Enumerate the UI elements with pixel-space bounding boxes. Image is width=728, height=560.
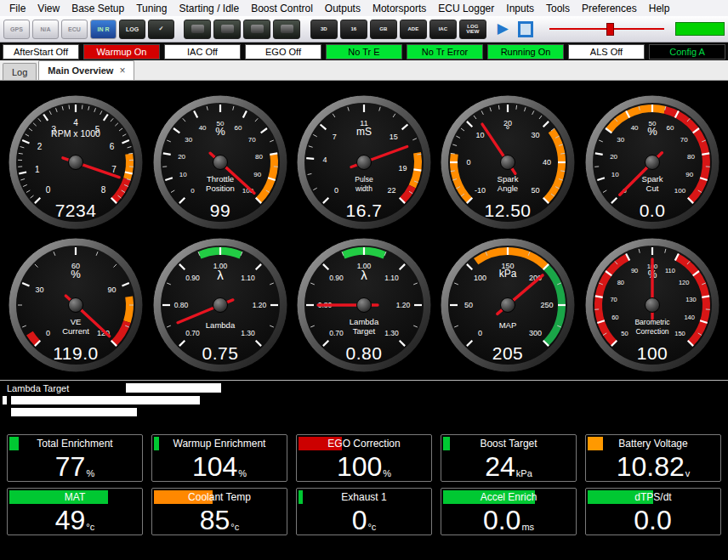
readout-total-enrichment[interactable]: Total Enrichment77% <box>7 434 143 482</box>
tune-icon[interactable] <box>243 20 270 39</box>
stop-icon[interactable] <box>518 21 533 37</box>
toolbar-gps-button[interactable]: GPS <box>3 20 30 39</box>
menu-item-view[interactable]: View <box>31 2 65 15</box>
svg-text:40: 40 <box>543 158 551 167</box>
status-no-tr-e[interactable]: No Tr E <box>326 44 402 59</box>
svg-text:-10: -10 <box>475 186 486 195</box>
gauge-lambda[interactable]: 0.700.800.901.001.101.201.30λLambda0.75 <box>152 237 288 373</box>
menu-item-starting-idle[interactable]: Starting / Idle <box>173 2 245 15</box>
graph-strip: Lambda Target <box>0 380 728 428</box>
readout-exhaust-1[interactable]: Exhaust 10°c <box>296 488 432 535</box>
toolbar-gb-button[interactable]: GB <box>370 20 397 39</box>
graph-icon[interactable] <box>273 20 300 39</box>
menu-item-inputs[interactable]: Inputs <box>500 2 540 15</box>
readout-mat[interactable]: MAT49°c <box>7 488 143 535</box>
gauge-pulse-width[interactable]: 04711151922mSPulsewidth16.7 <box>296 94 432 230</box>
svg-text:4: 4 <box>323 156 327 164</box>
graph-artifact-bar-1 <box>126 383 221 393</box>
menu-item-file[interactable]: File <box>3 2 31 15</box>
status-als-off[interactable]: ALS Off <box>568 44 645 59</box>
toolbar-3d-button[interactable]: 3D <box>310 20 338 39</box>
menu-item-base-setup[interactable]: Base Setup <box>65 2 130 15</box>
svg-text:90: 90 <box>631 267 638 274</box>
gauge-spark-angle[interactable]: -1001020304050°SparkAngle12.50 <box>440 94 576 230</box>
toolbar-n-a-button[interactable]: N/A <box>32 20 59 39</box>
toolbar-log-view-button[interactable]: LOG VIEW <box>459 20 486 39</box>
gauge-ve-current[interactable]: 0306090120%VECurrent119.0 <box>8 237 144 373</box>
svg-text:30: 30 <box>532 131 540 139</box>
svg-text:0.70: 0.70 <box>185 329 200 337</box>
toolbar-in-r-button[interactable]: IN R <box>90 20 117 39</box>
svg-text:110: 110 <box>665 267 675 274</box>
readout-accel-enrich[interactable]: Accel Enrich0.0ms <box>441 488 577 535</box>
readout-label: MAT <box>9 490 140 504</box>
svg-text:10: 10 <box>179 171 187 178</box>
status-warmup-on[interactable]: Warmup On <box>83 44 160 59</box>
readout-value: 85 <box>200 506 230 535</box>
gauge-rpm[interactable]: 012345678RPM x 10007234 <box>8 94 144 230</box>
readout-row-1: Total Enrichment77%Warmup Enrichment104%… <box>0 434 728 482</box>
svg-text:90: 90 <box>108 286 117 294</box>
dashboard-icon[interactable] <box>213 20 241 39</box>
toolbar-iac-button[interactable]: IAC <box>429 20 457 39</box>
gauge-throttle-position[interactable]: 0102030405060708090100%ThrottlePosition9… <box>152 94 288 230</box>
svg-text:70: 70 <box>610 296 617 303</box>
readout-value: 0.0 <box>483 506 520 535</box>
toolbar-group-c: 3D16GBADEIACLOG VIEW <box>310 20 486 39</box>
svg-text:Pulse: Pulse <box>355 175 373 184</box>
toolbar-ecu-button[interactable]: ECU <box>61 20 88 39</box>
svg-text:15: 15 <box>390 133 398 141</box>
menu-item-tuning[interactable]: Tuning <box>130 2 173 15</box>
toolbar-16-button[interactable]: 16 <box>340 20 367 39</box>
menu-item-boost-control[interactable]: Boost Control <box>245 2 319 15</box>
readout-label: Exhaust 1 <box>299 490 429 504</box>
svg-text:VE: VE <box>71 317 82 326</box>
gauge-map[interactable]: 050100150200250300kPaMAP205 <box>440 237 576 373</box>
status-no-tr-error[interactable]: No Tr Error <box>407 44 483 59</box>
svg-text:0: 0 <box>46 329 50 337</box>
svg-text:40: 40 <box>198 124 206 132</box>
toolbar-item-button[interactable]: ✓ <box>148 20 174 39</box>
datalog-icon[interactable] <box>184 20 211 39</box>
readout-unit: % <box>86 468 94 478</box>
svg-text:60: 60 <box>611 314 618 321</box>
toolbar-group-b <box>184 20 300 39</box>
svg-text:Position: Position <box>206 184 235 193</box>
readout-warmup-enrichment[interactable]: Warmup Enrichment104% <box>151 434 287 482</box>
status-iac-off[interactable]: IAC Off <box>164 44 241 59</box>
menu-item-preferences[interactable]: Preferences <box>576 2 643 15</box>
svg-text:%: % <box>215 125 225 138</box>
readout-dtps-dt[interactable]: dTPS/dt0.0 <box>585 488 721 535</box>
toolbar-ade-button[interactable]: ADE <box>400 20 427 39</box>
readout-boost-target[interactable]: Boost Target24kPa <box>441 434 577 482</box>
readout-value: 24 <box>485 452 515 481</box>
tab-log[interactable]: Log <box>3 63 37 80</box>
toolbar: GPSN/AECUIN RLOG✓ 3D16GBADEIACLOG VIEW ▶ <box>0 16 728 42</box>
svg-text:Lambda: Lambda <box>350 317 379 326</box>
gauge-spark-cut[interactable]: 0102030405060708090100%SparkCut0.0 <box>584 94 720 230</box>
svg-text:0.90: 0.90 <box>329 274 344 282</box>
menu-item-ecu-logger[interactable]: ECU Logger <box>432 2 500 15</box>
gauge-row-2: 0306090120%VECurrent119.00.700.800.901.0… <box>0 237 728 375</box>
tab-main-overview[interactable]: Main Overview× <box>38 60 134 80</box>
gauge-barometric-correction[interactable]: 5060708090100110120130140150%BarometricC… <box>584 237 720 373</box>
status-afterstart-off[interactable]: AfterStart Off <box>3 44 79 59</box>
status-ego-off[interactable]: EGO Off <box>245 44 321 59</box>
svg-text:50: 50 <box>621 330 628 337</box>
menu-item-motorsports[interactable]: Motorsports <box>367 2 432 15</box>
toolbar-log-button[interactable]: LOG <box>119 20 145 39</box>
datalog-slider[interactable] <box>549 20 664 37</box>
menu-item-help[interactable]: Help <box>643 2 676 15</box>
readout-coolant-temp[interactable]: Coolant Temp85°c <box>151 488 287 535</box>
status-config-a[interactable]: Config A <box>649 44 725 59</box>
gauge-lambda-target[interactable]: 0.700.800.901.001.101.201.30λLambdaTarge… <box>296 237 432 373</box>
graph-strip-label: Lambda Target <box>7 383 69 393</box>
tab-close-icon[interactable]: × <box>119 65 125 76</box>
readout-ego-correction[interactable]: EGO Correction100% <box>296 434 432 482</box>
slider-handle[interactable] <box>606 23 614 36</box>
menu-item-outputs[interactable]: Outputs <box>319 2 367 15</box>
menu-item-tools[interactable]: Tools <box>540 2 576 15</box>
readout-battery-voltage[interactable]: Battery Voltage10.82v <box>585 434 721 482</box>
status-running-on[interactable]: Running On <box>487 44 564 59</box>
play-icon[interactable]: ▶ <box>498 20 509 37</box>
